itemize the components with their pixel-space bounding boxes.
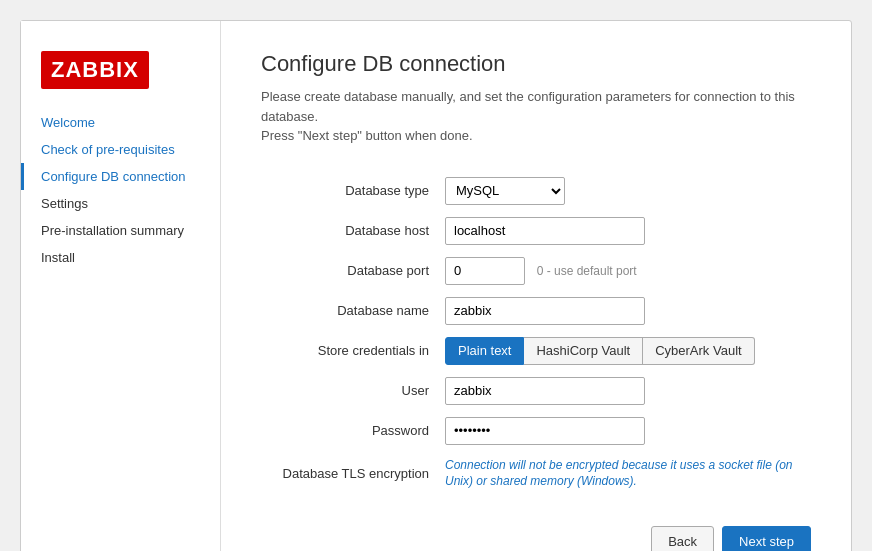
back-button[interactable]: Back (651, 526, 714, 551)
sidebar-item-prereqs[interactable]: Check of pre-requisites (21, 136, 220, 163)
db-type-select[interactable]: MySQL PostgreSQL Oracle (445, 177, 565, 205)
sidebar-item-install: Install (21, 244, 220, 271)
cred-btn-hashicorp[interactable]: HashiCorp Vault (524, 337, 643, 365)
db-port-input[interactable] (445, 257, 525, 285)
user-row: User (261, 371, 811, 411)
sidebar-item-welcome[interactable]: Welcome (21, 109, 220, 136)
sidebar-link-settings: Settings (41, 196, 88, 211)
db-host-input[interactable] (445, 217, 645, 245)
sidebar-item-configure-db[interactable]: Configure DB connection (21, 163, 220, 190)
password-cell (441, 411, 811, 451)
tls-info: Connection will not be encrypted because… (445, 457, 807, 491)
store-cred-label: Store credentials in (261, 331, 441, 371)
db-name-row: Database name (261, 291, 811, 331)
main-content: Configure DB connection Please create da… (221, 21, 851, 551)
db-type-row: Database type MySQL PostgreSQL Oracle (261, 171, 811, 211)
sidebar-link-install: Install (41, 250, 75, 265)
db-name-label: Database name (261, 291, 441, 331)
password-row: Password (261, 411, 811, 451)
user-cell (441, 371, 811, 411)
store-cred-cell: Plain text HashiCorp Vault CyberArk Vaul… (441, 331, 811, 371)
sidebar-link-configure-db[interactable]: Configure DB connection (41, 169, 186, 184)
db-port-hint: 0 - use default port (537, 264, 637, 278)
sidebar-item-settings: Settings (21, 190, 220, 217)
sidebar-link-welcome[interactable]: Welcome (41, 115, 95, 130)
credentials-group: Plain text HashiCorp Vault CyberArk Vaul… (445, 337, 807, 365)
sidebar-link-prereqs[interactable]: Check of pre-requisites (41, 142, 175, 157)
store-cred-row: Store credentials in Plain text HashiCor… (261, 331, 811, 371)
tls-cell: Connection will not be encrypted because… (441, 451, 811, 497)
user-label: User (261, 371, 441, 411)
password-label: Password (261, 411, 441, 451)
tls-label: Database TLS encryption (261, 451, 441, 497)
logo-text: ZABBIX (41, 51, 149, 89)
db-host-label: Database host (261, 211, 441, 251)
db-port-cell: 0 - use default port (441, 251, 811, 291)
logo: ZABBIX (21, 41, 220, 109)
db-host-row: Database host (261, 211, 811, 251)
next-step-button[interactable]: Next step (722, 526, 811, 551)
page-title: Configure DB connection (261, 51, 811, 77)
db-port-row: Database port 0 - use default port (261, 251, 811, 291)
db-type-label: Database type (261, 171, 441, 211)
user-input[interactable] (445, 377, 645, 405)
db-host-cell (441, 211, 811, 251)
db-port-label: Database port (261, 251, 441, 291)
password-input[interactable] (445, 417, 645, 445)
footer-buttons: Back Next step (261, 526, 811, 551)
db-name-input[interactable] (445, 297, 645, 325)
sidebar: ZABBIX Welcome Check of pre-requisites C… (21, 21, 221, 551)
cred-btn-plain-text[interactable]: Plain text (445, 337, 524, 365)
sidebar-item-preinstall: Pre-installation summary (21, 217, 220, 244)
db-name-cell (441, 291, 811, 331)
sidebar-link-preinstall: Pre-installation summary (41, 223, 184, 238)
db-type-cell: MySQL PostgreSQL Oracle (441, 171, 811, 211)
config-form: Database type MySQL PostgreSQL Oracle Da… (261, 171, 811, 497)
cred-btn-cyberark[interactable]: CyberArk Vault (643, 337, 754, 365)
page-description: Please create database manually, and set… (261, 87, 811, 146)
tls-row: Database TLS encryption Connection will … (261, 451, 811, 497)
sidebar-nav: Welcome Check of pre-requisites Configur… (21, 109, 220, 271)
